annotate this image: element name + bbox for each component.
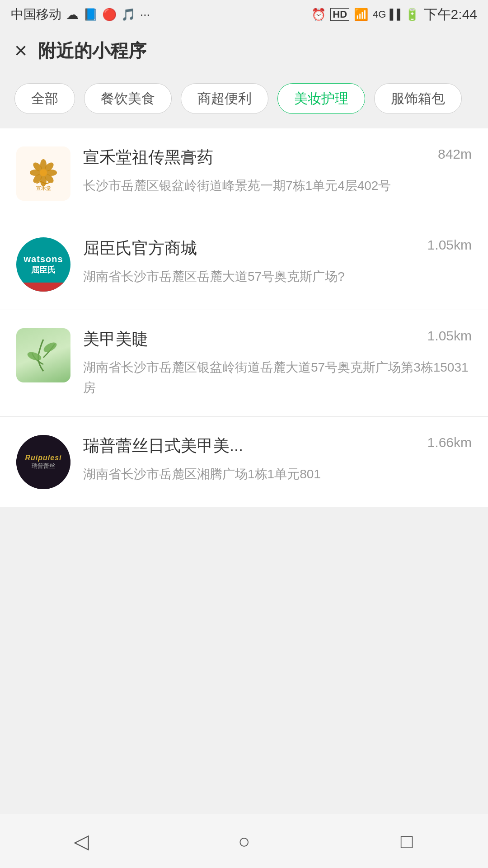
- filter-tag-food[interactable]: 餐饮美食: [84, 83, 172, 114]
- item-logo-ruipulesi: Ruipulesi 瑞普蕾丝: [16, 435, 70, 489]
- status-left: 中国移动 ☁ 📘 🔴 🎵 ···: [11, 6, 150, 23]
- home-button[interactable]: ○: [226, 823, 262, 859]
- svg-point-11: [26, 350, 42, 362]
- item-info: 屈臣氏官方商城 1.05km 湖南省长沙市岳麓区岳麓大道57号奥克斯广场?: [83, 237, 472, 287]
- more-icon: ···: [140, 8, 150, 22]
- list-item[interactable]: watsons 屈臣氏 屈臣氏官方商城 1.05km 湖南省长沙市岳麓区岳麓大道…: [0, 219, 488, 310]
- item-distance: 842m: [438, 146, 472, 162]
- item-address: 长沙市岳麓区银盆岭街道峰景苑一期7栋1单元4层402号: [83, 176, 472, 196]
- item-name-row: 瑞普蕾丝日式美甲美... 1.66km: [83, 435, 472, 457]
- item-distance: 1.05km: [427, 328, 472, 344]
- item-name: 美甲美睫: [83, 328, 418, 350]
- status-bar: 中国移动 ☁ 📘 🔴 🎵 ··· ⏰ HD 📶 4G▐▐ 🔋 下午2:44: [0, 0, 488, 29]
- list-item[interactable]: 宣禾堂 宣禾堂祖传黑膏药 842m 长沙市岳麓区银盆岭街道峰景苑一期7栋1单元4…: [0, 128, 488, 219]
- status-right: ⏰ HD 📶 4G▐▐ 🔋 下午2:44: [311, 5, 477, 24]
- filter-tag-all[interactable]: 全部: [14, 83, 75, 114]
- status-time: 下午2:44: [424, 5, 477, 24]
- app-icon-3: 🎵: [121, 8, 136, 22]
- list-item[interactable]: 美甲美睫 1.05km 湖南省长沙市岳麓区银盆岭街道岳麓大道57号奥克斯广场第3…: [0, 310, 488, 417]
- item-info: 宣禾堂祖传黑膏药 842m 长沙市岳麓区银盆岭街道峰景苑一期7栋1单元4层402…: [83, 146, 472, 196]
- bottom-nav: ◁ ○ □: [0, 814, 488, 868]
- back-button[interactable]: ◁: [63, 823, 99, 859]
- close-button[interactable]: ×: [14, 40, 27, 61]
- svg-text:宣禾堂: 宣禾堂: [36, 185, 51, 191]
- list-container: 宣禾堂 宣禾堂祖传黑膏药 842m 长沙市岳麓区银盆岭街道峰景苑一期7栋1单元4…: [0, 128, 488, 507]
- item-logo-xuanhetang: 宣禾堂: [16, 146, 70, 201]
- filter-tag-beauty[interactable]: 美妆护理: [277, 83, 365, 114]
- item-name: 屈臣氏官方商城: [83, 237, 418, 259]
- wifi-icon: 📶: [354, 8, 368, 22]
- home-icon: ○: [238, 830, 250, 853]
- filter-tag-clothing[interactable]: 服饰箱包: [374, 83, 462, 114]
- recents-icon: □: [401, 830, 413, 853]
- item-distance: 1.66km: [427, 435, 472, 450]
- carrier-label: 中国移动: [11, 6, 61, 23]
- svg-point-8: [40, 169, 47, 176]
- app-icon-2: 🔴: [102, 8, 117, 22]
- hd-badge: HD: [330, 8, 349, 21]
- item-distance: 1.05km: [427, 237, 472, 253]
- svg-point-10: [42, 340, 58, 354]
- item-name: 瑞普蕾丝日式美甲美...: [83, 435, 418, 457]
- item-info: 美甲美睫 1.05km 湖南省长沙市岳麓区银盆岭街道岳麓大道57号奥克斯广场第3…: [83, 328, 472, 398]
- back-icon: ◁: [74, 830, 89, 853]
- recents-button[interactable]: □: [389, 823, 425, 859]
- app-icon-1: 📘: [83, 8, 98, 22]
- item-logo-watsons: watsons 屈臣氏: [16, 237, 70, 292]
- item-name: 宣禾堂祖传黑膏药: [83, 146, 429, 169]
- item-logo-meijia: [16, 328, 70, 382]
- item-address: 湖南省长沙市岳麓区湘腾广场1栋1单元801: [83, 464, 472, 485]
- header: × 附近的小程序: [0, 29, 488, 72]
- signal-icon: 4G▐▐: [373, 9, 400, 20]
- item-address: 湖南省长沙市岳麓区银盆岭街道岳麓大道57号奥克斯广场第3栋15031房: [83, 358, 472, 398]
- weather-icon: ☁: [66, 7, 79, 22]
- page-title: 附近的小程序: [38, 38, 146, 63]
- item-name-row: 屈臣氏官方商城 1.05km: [83, 237, 472, 259]
- battery-icon: 🔋: [405, 8, 419, 22]
- filter-section: 全部餐饮美食商超便利美妆护理服饰箱包: [0, 72, 488, 128]
- alarm-icon: ⏰: [311, 8, 326, 22]
- item-name-row: 宣禾堂祖传黑膏药 842m: [83, 146, 472, 169]
- item-info: 瑞普蕾丝日式美甲美... 1.66km 湖南省长沙市岳麓区湘腾广场1栋1单元80…: [83, 435, 472, 485]
- item-address: 湖南省长沙市岳麓区岳麓大道57号奥克斯广场?: [83, 267, 472, 287]
- item-name-row: 美甲美睫 1.05km: [83, 328, 472, 350]
- list-item[interactable]: Ruipulesi 瑞普蕾丝 瑞普蕾丝日式美甲美... 1.66km 湖南省长沙…: [0, 417, 488, 507]
- filter-tag-convenience[interactable]: 商超便利: [181, 83, 268, 114]
